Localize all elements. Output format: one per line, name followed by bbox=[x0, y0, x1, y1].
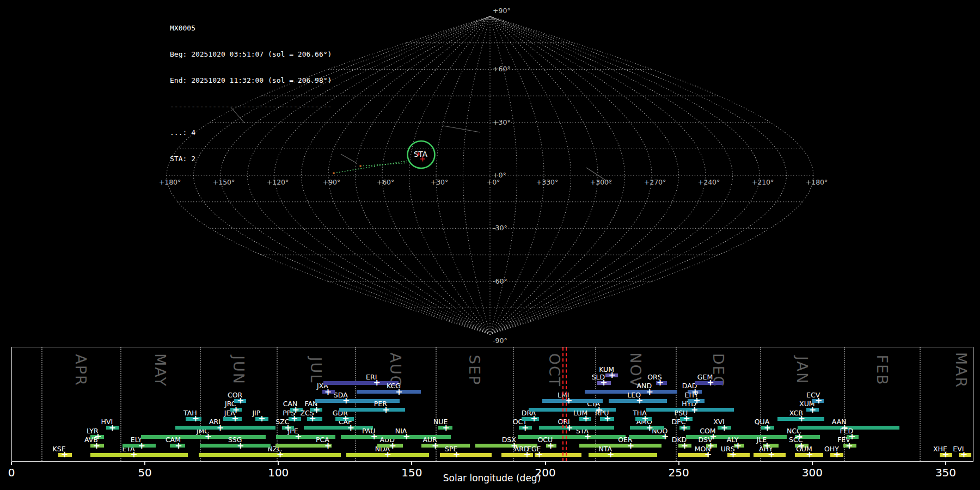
peak-marker: + bbox=[237, 442, 244, 450]
x-tick-label: 100 bbox=[268, 466, 289, 479]
peak-marker: + bbox=[295, 432, 302, 441]
x-tick-label: 0 bbox=[8, 466, 15, 479]
peak-marker: + bbox=[442, 424, 449, 432]
peak-marker: + bbox=[681, 442, 688, 450]
longitude-label: +30° bbox=[431, 178, 449, 186]
obs-begin: Beg: 20251020 03:51:07 (sol = 206.66°) bbox=[170, 50, 332, 59]
x-axis-title: Solar longitude (deg) bbox=[443, 473, 541, 483]
x-tick-label: 150 bbox=[401, 466, 422, 479]
obs-end: End: 20251020 11:32:00 (sol = 206.98°) bbox=[170, 76, 332, 85]
x-tick bbox=[144, 462, 145, 465]
peak-marker: + bbox=[536, 450, 543, 459]
peak-marker: + bbox=[604, 414, 611, 423]
peak-marker: + bbox=[342, 396, 350, 405]
peak-marker: + bbox=[395, 388, 402, 396]
peak-marker: + bbox=[403, 432, 410, 441]
latitude-label: -90° bbox=[493, 336, 507, 345]
peak-marker: + bbox=[584, 432, 591, 441]
peak-marker: + bbox=[764, 424, 771, 432]
peak-marker: + bbox=[608, 371, 615, 379]
peak-marker: + bbox=[661, 432, 669, 441]
x-tick bbox=[812, 462, 813, 465]
latitude-label: -30° bbox=[493, 224, 507, 232]
peak-marker: + bbox=[646, 424, 653, 432]
longitude-label: +180° bbox=[806, 178, 828, 186]
shower-trail bbox=[334, 161, 408, 173]
count-sta: STA: 2 bbox=[170, 155, 332, 163]
current-sol-cursor bbox=[566, 347, 567, 461]
x-tick bbox=[411, 462, 412, 465]
peak-marker: + bbox=[636, 396, 643, 405]
current-sol-cursor bbox=[562, 347, 564, 461]
peak-marker: + bbox=[313, 406, 320, 414]
peak-marker: + bbox=[347, 424, 354, 432]
shower-bar bbox=[539, 426, 614, 430]
peak-marker: + bbox=[547, 442, 554, 450]
peak-marker: + bbox=[342, 414, 349, 423]
month-label: JUN bbox=[230, 356, 247, 385]
x-tick bbox=[278, 462, 279, 465]
shower-bar bbox=[200, 444, 271, 448]
peak-marker: + bbox=[707, 378, 714, 387]
shower-bar bbox=[518, 435, 626, 439]
peak-marker: + bbox=[681, 424, 688, 432]
x-tick bbox=[678, 462, 679, 465]
shower-bar bbox=[440, 453, 492, 457]
peak-marker: + bbox=[217, 424, 224, 432]
peak-marker: + bbox=[382, 406, 389, 414]
peak-marker: + bbox=[258, 414, 265, 423]
peak-marker: + bbox=[848, 432, 855, 441]
shower-bar bbox=[357, 390, 421, 394]
x-tick bbox=[945, 462, 946, 465]
peak-marker: + bbox=[284, 424, 291, 432]
trail-tip bbox=[360, 166, 362, 167]
sporadic-trail bbox=[341, 154, 356, 163]
peak-marker: + bbox=[324, 388, 332, 396]
longitude-label: +60° bbox=[377, 178, 395, 186]
month-gridline bbox=[920, 347, 921, 461]
peak-marker: + bbox=[138, 442, 145, 450]
month-label: FEB bbox=[873, 354, 890, 385]
month-label: OCT bbox=[546, 353, 562, 388]
longitude-label: +180° bbox=[159, 178, 181, 186]
x-tick bbox=[545, 462, 546, 465]
longitude-label: +210° bbox=[752, 178, 774, 186]
peak-marker: + bbox=[175, 442, 182, 450]
observation-header: MX0005 Beg: 20251020 03:51:07 (sol = 206… bbox=[170, 7, 332, 172]
peak-marker: + bbox=[734, 442, 742, 450]
peak-marker: + bbox=[834, 450, 841, 459]
longitude-label: +240° bbox=[698, 178, 720, 186]
peak-marker: + bbox=[768, 450, 775, 459]
shower-bar bbox=[90, 453, 188, 457]
x-tick-label: 250 bbox=[669, 466, 689, 479]
peak-marker: + bbox=[384, 450, 391, 459]
month-gridline bbox=[120, 347, 121, 461]
peak-marker: + bbox=[846, 442, 853, 450]
sky-map: +90°+60°+30°+0°-30°-60°-90°+180°+150°+12… bbox=[0, 0, 980, 346]
peak-marker: + bbox=[566, 424, 573, 432]
peak-marker: + bbox=[763, 442, 770, 450]
peak-marker: + bbox=[292, 406, 299, 414]
peak-marker: + bbox=[607, 450, 614, 459]
peak-marker: + bbox=[453, 450, 460, 459]
peak-marker: + bbox=[815, 396, 822, 405]
peak-marker: + bbox=[798, 414, 805, 423]
peak-marker: + bbox=[291, 414, 298, 423]
latitude-label: +60° bbox=[493, 65, 511, 73]
peak-marker: + bbox=[600, 378, 607, 387]
meridian-gridline bbox=[490, 16, 598, 334]
peak-marker: + bbox=[231, 414, 238, 423]
month-label: SEP bbox=[465, 355, 482, 385]
shower-bar bbox=[199, 453, 341, 457]
peak-marker: + bbox=[324, 442, 332, 450]
shower-bar bbox=[339, 408, 405, 412]
separator: -------------------------------------- bbox=[170, 102, 332, 111]
x-tick-label: 50 bbox=[138, 466, 151, 479]
longitude-label: +150° bbox=[213, 178, 235, 186]
peak-marker: + bbox=[721, 424, 728, 432]
peak-marker: + bbox=[705, 450, 712, 459]
peak-marker: + bbox=[627, 442, 634, 450]
peak-marker: + bbox=[373, 378, 381, 387]
month-label: JUL bbox=[307, 357, 324, 384]
peak-marker: + bbox=[522, 424, 529, 432]
